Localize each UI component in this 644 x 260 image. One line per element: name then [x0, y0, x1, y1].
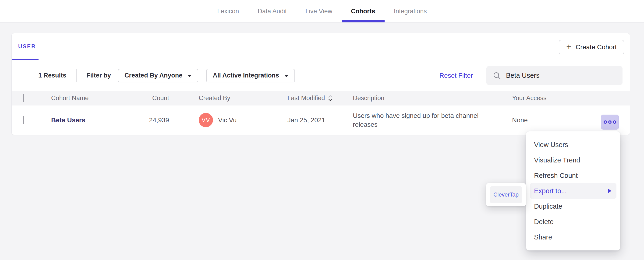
search-icon: [492, 71, 501, 80]
menu-item-delete[interactable]: Delete: [526, 214, 620, 230]
cohorts-card: USER + Create Cohort 1 Results Filter by…: [12, 33, 630, 135]
menu-item-visualize-trend[interactable]: Visualize Trend: [526, 152, 620, 168]
select-all-checkbox[interactable]: [23, 94, 24, 102]
reset-filter-link[interactable]: Reset Filter: [440, 72, 473, 79]
column-header-last-modified[interactable]: Last Modified: [288, 94, 353, 102]
active-tab-underline: [342, 20, 384, 22]
export-submenu: CleverTap: [486, 183, 526, 206]
nav-tab-label: Data Audit: [258, 8, 287, 15]
menu-item-duplicate[interactable]: Duplicate: [526, 198, 620, 214]
nav-tab-label: Live View: [306, 8, 332, 15]
column-header-description[interactable]: Description: [353, 94, 512, 102]
nav-tab-lexicon[interactable]: Lexicon: [208, 0, 248, 22]
export-to-label: Export to...: [534, 187, 567, 195]
nav-tab-label: Integrations: [394, 8, 427, 15]
cohort-name-link[interactable]: Beta Users: [51, 116, 85, 124]
column-header-your-access[interactable]: Your Access: [512, 94, 618, 102]
more-options-icon: [608, 120, 612, 124]
cohort-actions-menu: View Users Visualize Trend Refresh Count…: [526, 132, 620, 250]
created-by-name: Vic Vu: [218, 116, 236, 124]
vertical-divider: [76, 69, 76, 82]
more-options-icon: [604, 120, 607, 124]
more-options-button[interactable]: [601, 114, 619, 130]
tab-user[interactable]: USER: [18, 44, 36, 50]
cohort-search-box: [486, 66, 622, 85]
chevron-down-icon: [188, 75, 192, 77]
submenu-item-clevertap[interactable]: CleverTap: [490, 186, 522, 203]
menu-item-export-to[interactable]: Export to...: [530, 183, 616, 198]
column-header-created-by[interactable]: Created By: [199, 94, 288, 102]
top-navigation: Lexicon Data Audit Live View Cohorts Int…: [0, 0, 644, 23]
cohorts-page: Lexicon Data Audit Live View Cohorts Int…: [0, 0, 644, 260]
column-header-count[interactable]: Count: [140, 94, 199, 102]
card-tab-row: USER + Create Cohort: [12, 34, 630, 60]
search-input[interactable]: [506, 72, 616, 79]
menu-item-refresh-count[interactable]: Refresh Count: [526, 168, 620, 183]
avatar: VV: [199, 113, 213, 127]
filter-by-label: Filter by: [86, 72, 111, 79]
menu-item-share[interactable]: Share: [526, 230, 620, 245]
last-modified-value: Jan 25, 2021: [288, 116, 353, 124]
nav-tab-cohorts[interactable]: Cohorts: [342, 0, 384, 22]
nav-tab-live-view[interactable]: Live View: [296, 0, 342, 22]
column-header-cohort-name[interactable]: Cohort Name: [51, 94, 140, 102]
create-cohort-label: Create Cohort: [576, 44, 617, 51]
created-by-dropdown[interactable]: Created By Anyone: [118, 69, 198, 82]
created-by-dropdown-label: Created By Anyone: [124, 72, 182, 79]
table-row: Beta Users 24,939 VV Vic Vu Jan 25, 2021…: [12, 106, 630, 135]
last-modified-label: Last Modified: [288, 94, 325, 102]
row-checkbox[interactable]: [23, 116, 24, 124]
integrations-dropdown[interactable]: All Active Integrations: [206, 69, 295, 82]
nav-tab-label: Cohorts: [351, 8, 375, 15]
table-header: Cohort Name Count Created By Last Modifi…: [12, 91, 630, 106]
nav-tab-data-audit[interactable]: Data Audit: [248, 0, 296, 22]
integrations-dropdown-label: All Active Integrations: [213, 72, 279, 79]
menu-item-view-users[interactable]: View Users: [526, 137, 620, 152]
submenu-arrow-icon: [608, 188, 611, 193]
more-options-icon: [613, 120, 616, 124]
created-by-cell: VV Vic Vu: [199, 113, 288, 127]
filter-bar: 1 Results Filter by Created By Anyone Al…: [12, 60, 630, 91]
results-count: 1 Results: [38, 72, 66, 79]
create-cohort-button[interactable]: + Create Cohort: [559, 40, 624, 54]
nav-tab-integrations[interactable]: Integrations: [384, 0, 436, 22]
chevron-down-icon: [284, 75, 288, 77]
sort-icon[interactable]: [328, 95, 333, 102]
user-tab-underline: [12, 59, 38, 60]
cohort-count: 24,939: [140, 116, 199, 124]
plus-icon: +: [566, 42, 572, 51]
nav-tab-label: Lexicon: [217, 8, 239, 15]
cohort-description: Users who have signed up for beta channe…: [353, 111, 498, 129]
